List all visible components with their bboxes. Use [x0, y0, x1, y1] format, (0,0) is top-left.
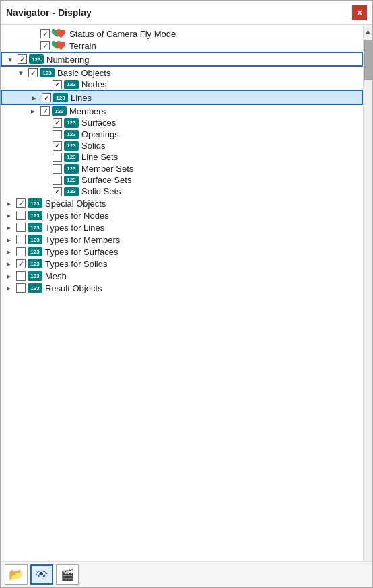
chevron-icon[interactable]: ► [29, 92, 40, 103]
checkbox-solids[interactable] [53, 141, 62, 151]
chevron-icon[interactable]: ► [3, 283, 14, 293]
checkbox-special-objects[interactable] [16, 198, 26, 208]
tree-item-line-sets[interactable]: 123Line Sets [1, 151, 363, 163]
chevron-icon[interactable]: ► [3, 234, 14, 245]
navigator-display-window: Navigator - Display × Status of Camera F… [0, 0, 373, 588]
123-icon: 123 [64, 187, 79, 196]
123-icon: 123 [28, 259, 42, 268]
item-label-lines: Lines [71, 93, 92, 103]
item-label-types-for-surfaces: Types for Surfaces [45, 247, 118, 257]
bottom-toolbar: 📂 👁 🎬 [1, 561, 372, 587]
checkbox-surface-sets[interactable] [53, 176, 62, 185]
chevron-icon[interactable]: ► [3, 270, 14, 281]
checkbox-members[interactable] [40, 106, 50, 116]
item-label-openings: Openings [81, 129, 119, 139]
tree-item-members[interactable]: ►123Members [1, 105, 363, 117]
chevron-icon[interactable]: ► [3, 198, 14, 209]
scrollbar[interactable]: ▲ [363, 25, 372, 561]
tree-item-types-for-members[interactable]: ►123Types for Members [1, 233, 363, 246]
chevron-icon[interactable]: ▼ [5, 54, 15, 65]
tree-item-nodes[interactable]: 123Nodes [1, 79, 363, 90]
checkbox-nodes[interactable] [53, 80, 62, 89]
tree-item-types-for-nodes[interactable]: ►123Types for Nodes [1, 209, 363, 221]
tree-area[interactable]: Status of Camera Fly ModeTerrain▼123Numb… [1, 25, 363, 561]
tree-item-mesh[interactable]: ►123Mesh [1, 270, 363, 282]
checkbox-solid-sets[interactable] [53, 187, 62, 196]
item-label-types-for-solids: Types for Solids [45, 259, 108, 269]
item-label-nodes: Nodes [81, 79, 107, 89]
chevron-icon[interactable]: ► [3, 246, 14, 257]
123-icon: 123 [28, 211, 42, 220]
close-button[interactable]: × [352, 5, 367, 20]
tree-item-solid-sets[interactable]: 123Solid Sets [1, 186, 363, 197]
eye-icon: 👁 [36, 568, 48, 582]
heart-icon [52, 28, 67, 39]
folder-icon: 📂 [9, 567, 24, 582]
item-label-surface-sets: Surface Sets [81, 175, 131, 185]
title-bar: Navigator - Display × [1, 1, 372, 25]
content-area: Status of Camera Fly ModeTerrain▼123Numb… [1, 25, 372, 561]
item-label-camera-fly-mode: Status of Camera Fly Mode [69, 29, 176, 39]
item-label-types-for-nodes: Types for Nodes [45, 211, 109, 221]
checkbox-mesh[interactable] [16, 271, 26, 281]
checkbox-member-sets[interactable] [53, 164, 62, 174]
checkbox-numbering[interactable] [18, 54, 27, 64]
item-label-types-for-lines: Types for Lines [45, 223, 104, 233]
tree-item-terrain[interactable]: Terrain [1, 40, 363, 52]
tree-item-special-objects[interactable]: ►123Special Objects [1, 197, 363, 209]
camera-button[interactable]: 🎬 [56, 564, 79, 585]
123-icon: 123 [40, 68, 55, 77]
scroll-thumb[interactable] [364, 40, 372, 80]
chevron-icon[interactable]: ► [3, 210, 14, 221]
checkbox-lines[interactable] [42, 93, 51, 102]
tree-item-types-for-surfaces[interactable]: ►123Types for Surfaces [1, 246, 363, 258]
folder-button[interactable]: 📂 [5, 564, 28, 585]
tree-item-lines[interactable]: ►123Lines [1, 90, 363, 105]
checkbox-terrain[interactable] [40, 41, 50, 50]
eye-button[interactable]: 👁 [30, 564, 53, 585]
checkbox-line-sets[interactable] [53, 153, 62, 162]
chevron-icon[interactable]: ► [28, 106, 38, 116]
item-label-members: Members [69, 106, 106, 116]
tree-item-member-sets[interactable]: 123Member Sets [1, 163, 363, 174]
checkbox-types-for-nodes[interactable] [16, 211, 26, 220]
item-label-types-for-members: Types for Members [45, 235, 120, 245]
tree-item-solids[interactable]: 123Solids [1, 140, 363, 151]
123-icon: 123 [53, 93, 68, 102]
123-icon: 123 [28, 235, 42, 244]
checkbox-openings[interactable] [53, 130, 62, 139]
123-icon: 123 [64, 176, 79, 185]
123-icon: 123 [64, 164, 79, 174]
checkbox-types-for-members[interactable] [16, 235, 26, 244]
checkbox-types-for-lines[interactable] [16, 223, 26, 232]
tree-item-camera-fly-mode[interactable]: Status of Camera Fly Mode [1, 28, 363, 40]
item-label-line-sets: Line Sets [81, 152, 118, 162]
tree-item-numbering[interactable]: ▼123Numbering [1, 52, 363, 67]
tree-item-surface-sets[interactable]: 123Surface Sets [1, 174, 363, 186]
item-label-surfaces: Surfaces [81, 118, 116, 128]
chevron-icon[interactable]: ▼ [15, 67, 26, 78]
chevron-icon[interactable]: ► [3, 258, 14, 269]
123-icon: 123 [28, 271, 42, 281]
checkbox-basic-objects[interactable] [28, 68, 38, 77]
checkbox-surfaces[interactable] [53, 118, 62, 128]
chevron-icon[interactable]: ► [3, 222, 14, 233]
123-icon: 123 [28, 247, 42, 256]
checkbox-types-for-surfaces[interactable] [16, 247, 26, 256]
scroll-up-arrow[interactable]: ▲ [364, 25, 372, 37]
tree-item-basic-objects[interactable]: ▼123Basic Objects [1, 67, 363, 79]
123-icon: 123 [64, 80, 79, 89]
123-icon: 123 [28, 283, 42, 293]
checkbox-result-objects[interactable] [16, 283, 26, 293]
123-icon: 123 [64, 153, 79, 162]
tree-item-surfaces[interactable]: 123Surfaces [1, 117, 363, 128]
tree-item-types-for-lines[interactable]: ►123Types for Lines [1, 221, 363, 233]
tree-item-openings[interactable]: 123Openings [1, 128, 363, 140]
checkbox-camera-fly-mode[interactable] [40, 29, 50, 38]
123-icon: 123 [52, 106, 67, 116]
tree-item-result-objects[interactable]: ►123Result Objects [1, 282, 363, 294]
tree-item-types-for-solids[interactable]: ►123Types for Solids [1, 258, 363, 270]
item-label-solids: Solids [81, 141, 105, 151]
123-icon: 123 [64, 130, 79, 139]
checkbox-types-for-solids[interactable] [16, 259, 26, 268]
